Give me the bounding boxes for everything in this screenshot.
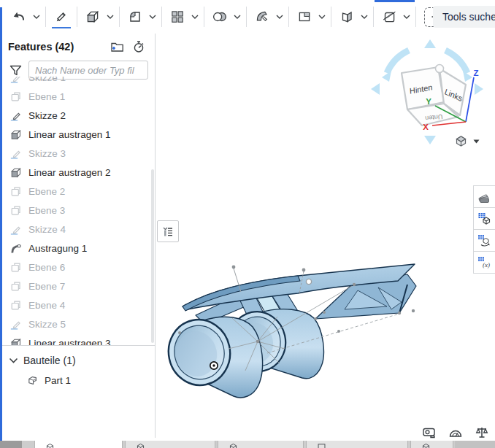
feature-panel-toggle-button[interactable] (157, 220, 179, 242)
parts-list: Part 1 (2, 371, 155, 390)
rotate-down-arrow (424, 136, 436, 144)
toolbar-separator (331, 7, 331, 27)
document-tab[interactable] (306, 441, 408, 448)
feature-icon (9, 223, 22, 236)
pattern-icon (169, 9, 185, 25)
mass-scale-icon[interactable] (475, 425, 489, 440)
right-panel-dock: (x) (473, 186, 495, 274)
document-tab[interactable] (34, 441, 123, 448)
surface-button[interactable] (293, 4, 316, 30)
chevron-down-icon (318, 15, 326, 19)
feature-item[interactable]: Skizze 2 (2, 106, 155, 125)
boolean-button[interactable] (208, 4, 231, 30)
undo-dropdown[interactable] (31, 4, 42, 30)
feature-item[interactable]: Linear austragen 2 (2, 163, 155, 182)
feature-item[interactable]: Linear austragen 1 (2, 125, 155, 144)
origin-marker[interactable] (210, 362, 218, 369)
feature-item[interactable]: Ebene 3 (2, 201, 155, 220)
tab-type-icon (45, 442, 55, 448)
configured-features-panel-icon (477, 233, 492, 248)
configured-features-panel-button[interactable] (473, 229, 495, 252)
parts-section-header[interactable]: Bauteile (1) (2, 346, 155, 371)
feature-icon (9, 242, 22, 255)
tab-bar-menu-block[interactable] (0, 441, 22, 448)
feature-item[interactable]: Ebene 7 (2, 277, 155, 296)
configurations-panel-button[interactable] (473, 207, 495, 230)
axis-y-label: Y (426, 97, 431, 106)
draft-dropdown[interactable] (358, 4, 369, 30)
feature-item[interactable]: Skizze 5 (2, 314, 155, 333)
sketch-icon (53, 9, 69, 25)
add-folder-button[interactable] (108, 39, 126, 55)
surface-icon (296, 9, 312, 25)
view-options-button[interactable] (454, 134, 480, 148)
chevron-down-icon (191, 15, 199, 19)
feature-label: Ebene 2 (28, 186, 65, 197)
feature-item[interactable]: Austragung 1 (2, 239, 155, 258)
graphics-viewport[interactable] (159, 245, 460, 423)
document-tab[interactable] (125, 441, 215, 448)
undo-button[interactable] (7, 4, 31, 30)
variables-panel-button[interactable]: (x) (473, 251, 495, 274)
feature-label: Ebene 6 (28, 262, 65, 273)
sketch-button[interactable] (50, 4, 73, 30)
surface-dropdown[interactable] (316, 4, 327, 30)
pattern-button[interactable] (166, 4, 189, 30)
tab-type-icon (229, 442, 238, 448)
chevron-down-icon (403, 15, 410, 19)
protractor-icon[interactable] (448, 425, 463, 440)
feature-label: Skizze 4 (28, 224, 66, 235)
feature-tree: Skizze 1 Ebene 1 Skizze 2 Linear austrag… (2, 77, 155, 345)
draft-button[interactable] (335, 4, 358, 30)
draft-icon (339, 9, 355, 25)
feature-item[interactable]: Linear austragen 3 (2, 333, 155, 345)
feature-label: Linear austragen 1 (28, 129, 111, 140)
tools-search-box[interactable]: Tools suche (433, 6, 495, 28)
rollback-history-button[interactable] (130, 39, 147, 55)
variables-panel-icon: (x) (477, 255, 492, 270)
feature-item[interactable]: Ebene 2 (2, 182, 155, 201)
model-part[interactable] (159, 245, 460, 423)
fillet-button[interactable] (123, 4, 147, 30)
boolean-dropdown[interactable] (231, 4, 242, 30)
tape-measure-icon[interactable] (422, 425, 437, 440)
extrude-button[interactable] (81, 4, 104, 30)
parts-section-label: Bauteile (1) (23, 355, 76, 366)
axis-x-label: X (423, 123, 429, 131)
split-dropdown[interactable] (401, 4, 412, 30)
feature-item[interactable]: Skizze 3 (2, 144, 155, 163)
document-tab-bar (0, 441, 495, 448)
document-tab[interactable] (410, 441, 453, 448)
feature-item[interactable]: Ebene 4 (2, 296, 155, 314)
toolbar-separator (45, 7, 46, 27)
toolbar-separator (373, 7, 374, 27)
feature-icon (9, 128, 22, 141)
rotate-up-arrow (424, 39, 436, 48)
feature-tree-scrollbar[interactable] (151, 169, 154, 343)
features-title: Features (42) (8, 41, 104, 53)
filter-button[interactable] (7, 62, 23, 78)
appearance-panel-button[interactable] (473, 185, 495, 208)
chevron-down-icon (276, 15, 283, 19)
pattern-dropdown[interactable] (189, 4, 200, 30)
modify-fillet-dropdown[interactable] (274, 4, 285, 30)
split-icon (381, 9, 397, 25)
rotate-left-arrow (371, 83, 380, 95)
modify-fillet-button[interactable] (250, 4, 274, 30)
status-measure-tools (422, 425, 489, 440)
filter-funnel-icon (9, 63, 23, 77)
modify-fillet-icon (254, 9, 270, 25)
feature-label: Ebene 4 (28, 300, 65, 311)
extrude-dropdown[interactable] (104, 4, 115, 30)
fillet-dropdown[interactable] (147, 4, 158, 30)
split-button[interactable] (377, 4, 401, 30)
feature-icon (9, 185, 22, 198)
boolean-icon (212, 9, 228, 25)
view-cube[interactable]: Hinten Links Unten Z Y X (365, 36, 489, 147)
feature-item[interactable]: Skizze 1 (2, 77, 155, 87)
part-item[interactable]: Part 1 (2, 371, 155, 390)
feature-item[interactable]: Ebene 6 (2, 258, 155, 277)
feature-item[interactable]: Skizze 4 (2, 220, 155, 239)
feature-item[interactable]: Ebene 1 (2, 87, 155, 106)
document-tab[interactable] (218, 441, 304, 448)
